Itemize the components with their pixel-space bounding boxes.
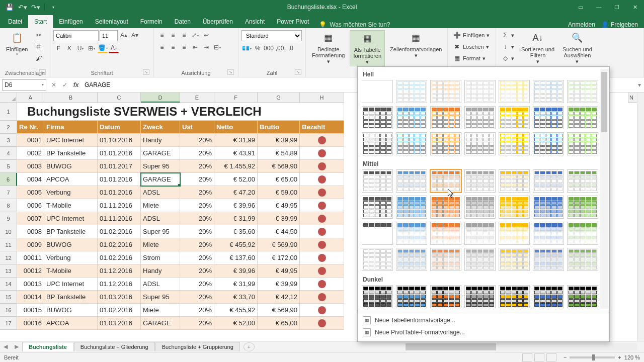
table-style-swatch[interactable]: [533, 106, 564, 129]
comma-icon[interactable]: 000: [264, 43, 274, 53]
cell[interactable]: [300, 186, 344, 199]
redo-icon[interactable]: ↷▾: [30, 2, 41, 13]
table-style-swatch[interactable]: [464, 132, 496, 155]
table-style-swatch[interactable]: [396, 80, 427, 103]
cell[interactable]: Verbung: [44, 251, 98, 264]
cell[interactable]: € 1.455,92: [214, 160, 258, 173]
fill-color-button[interactable]: 🪣: [98, 43, 108, 53]
column-header[interactable]: B: [44, 93, 98, 103]
cell[interactable]: [300, 212, 344, 225]
table-style-swatch[interactable]: [430, 222, 461, 245]
enter-formula-icon[interactable]: ✓: [59, 79, 70, 90]
cell[interactable]: BUWOG: [44, 304, 98, 317]
cell[interactable]: 20%: [180, 317, 214, 330]
cell[interactable]: [300, 147, 344, 160]
view-pagebreak-icon[interactable]: [546, 353, 556, 361]
table-style-swatch[interactable]: [533, 196, 564, 219]
name-box[interactable]: D6: [2, 79, 46, 90]
sheet-tab[interactable]: Buchungsliste + Gruppierung: [155, 342, 240, 351]
table-header[interactable]: Re Nr.: [17, 121, 44, 134]
decrease-decimal-icon[interactable]: ,0: [286, 43, 296, 53]
cell[interactable]: € 39,99: [258, 212, 300, 225]
table-style-swatch[interactable]: [362, 196, 393, 219]
table-style-swatch[interactable]: [362, 222, 393, 245]
cell[interactable]: € 54,89: [258, 147, 300, 160]
cell-styles-button[interactable]: ▦Zellenformatvorlagen▾: [387, 30, 445, 59]
qat-customize-icon[interactable]: ▾: [48, 2, 59, 13]
align-middle-icon[interactable]: ≡: [168, 30, 178, 40]
table-style-swatch[interactable]: [499, 196, 530, 219]
table-style-swatch[interactable]: [464, 222, 496, 245]
minimize-icon[interactable]: —: [590, 0, 608, 14]
cell[interactable]: € 52,00: [214, 317, 258, 330]
table-style-swatch[interactable]: [499, 222, 530, 245]
cell[interactable]: € 172,00: [258, 251, 300, 264]
cell[interactable]: € 44,50: [258, 225, 300, 238]
table-style-swatch[interactable]: [430, 106, 461, 129]
cell[interactable]: 01.11.2016: [98, 212, 141, 225]
insert-function-icon[interactable]: fx: [70, 79, 82, 90]
cell[interactable]: [300, 251, 344, 264]
column-header[interactable]: E: [180, 93, 214, 103]
cell[interactable]: Super 95: [141, 160, 180, 173]
undo-icon[interactable]: ↶▾: [17, 2, 28, 13]
maximize-icon[interactable]: ☐: [608, 0, 626, 14]
cell[interactable]: 20%: [180, 225, 214, 238]
cell[interactable]: Miete: [141, 238, 180, 251]
dialog-launcher-icon[interactable]: ↘: [143, 69, 149, 75]
insert-cells-button[interactable]: ➕Einfügen ▾: [451, 30, 492, 40]
cell[interactable]: 00014: [17, 291, 44, 304]
cell[interactable]: 00012: [17, 264, 44, 278]
orientation-icon[interactable]: ⤢: [190, 30, 200, 40]
table-style-swatch[interactable]: [499, 169, 530, 193]
cell[interactable]: Verbung: [44, 186, 98, 199]
table-style-swatch[interactable]: [464, 106, 496, 129]
column-header[interactable]: A: [17, 93, 44, 103]
cell[interactable]: 0003: [17, 160, 44, 173]
cell[interactable]: 0001: [17, 134, 44, 147]
cell[interactable]: 20%: [180, 291, 214, 304]
cell[interactable]: € 569,90: [258, 304, 300, 317]
tab-power pivot[interactable]: Power Pivot: [271, 15, 315, 28]
cell[interactable]: 0009: [17, 238, 44, 251]
copy-button[interactable]: ⿻: [33, 42, 45, 52]
table-style-swatch[interactable]: [567, 106, 598, 129]
align-bottom-icon[interactable]: ≡: [179, 30, 189, 40]
cell[interactable]: 00011: [17, 251, 44, 264]
cell[interactable]: € 33,70: [214, 291, 258, 304]
select-all-button[interactable]: [0, 93, 17, 103]
table-style-swatch[interactable]: [362, 169, 393, 193]
table-style-swatch[interactable]: [396, 169, 427, 193]
sort-filter-button[interactable]: A↓Sortieren und Filtern▾: [518, 30, 557, 65]
cell[interactable]: T-Mobile: [44, 264, 98, 278]
tab-überprüfen[interactable]: Überprüfen: [197, 15, 239, 28]
cell[interactable]: BUWOG: [44, 160, 98, 173]
table-style-swatch[interactable]: [464, 196, 496, 219]
table-style-swatch[interactable]: [533, 80, 564, 103]
column-header[interactable]: F: [214, 93, 258, 103]
cell[interactable]: 01.10.2016: [98, 134, 141, 147]
increase-decimal-icon[interactable]: ,00: [275, 43, 285, 53]
cell[interactable]: ADSL: [141, 278, 180, 291]
table-style-swatch[interactable]: [464, 285, 496, 308]
cell[interactable]: 00015: [17, 304, 44, 317]
cell[interactable]: 20%: [180, 251, 214, 264]
clear-button[interactable]: ◇▾: [499, 53, 516, 63]
cell[interactable]: € 31,99: [214, 212, 258, 225]
cell[interactable]: 20%: [180, 238, 214, 251]
column-header[interactable]: N: [628, 93, 637, 103]
cell[interactable]: Handy: [141, 134, 180, 147]
cell[interactable]: 01.02.2016: [98, 251, 141, 264]
cell[interactable]: 01.01.2017: [98, 160, 141, 173]
table-style-swatch[interactable]: [499, 285, 530, 308]
row-header[interactable]: 17: [0, 317, 17, 330]
align-center-icon[interactable]: ≡: [168, 42, 178, 52]
cell[interactable]: € 65,00: [258, 173, 300, 186]
cell[interactable]: [300, 160, 344, 173]
cell[interactable]: APCOA: [44, 317, 98, 330]
decrease-indent-icon[interactable]: ⇤: [190, 42, 200, 52]
cell[interactable]: 01.12.2016: [98, 264, 141, 278]
font-color-button[interactable]: A: [109, 43, 119, 53]
cell[interactable]: € 31,99: [214, 134, 258, 147]
cell[interactable]: Miete: [141, 304, 180, 317]
